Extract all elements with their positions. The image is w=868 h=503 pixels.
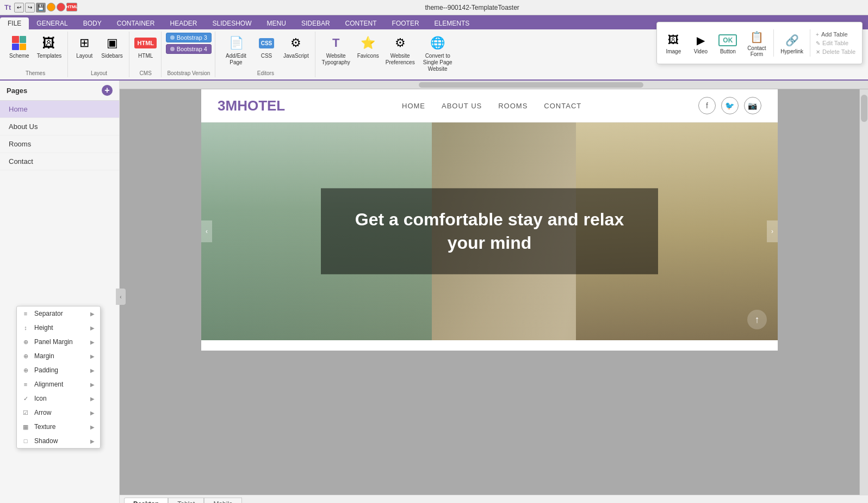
layout-group-label: Layout: [91, 70, 107, 76]
typography-button[interactable]: T Website Typography: [320, 33, 352, 68]
orange-btn[interactable]: [47, 3, 55, 11]
favicons-button[interactable]: ⭐ Favicons: [355, 33, 382, 61]
scheme-button[interactable]: Scheme: [7, 33, 32, 61]
facebook-icon[interactable]: f: [698, 97, 716, 114]
edit-table-action[interactable]: ✎ Edit Table: [816, 39, 855, 47]
app-icon: Tt: [4, 3, 11, 11]
button-label: Button: [720, 48, 736, 54]
image-icon: 🖼: [665, 32, 681, 48]
margin-arrow: ▶: [90, 353, 95, 359]
scrollbar-vertical[interactable]: [859, 89, 868, 495]
templates-button[interactable]: 🖼 Templates: [34, 33, 65, 61]
button-button[interactable]: OK Button: [716, 30, 740, 57]
twitter-icon[interactable]: 🐦: [721, 97, 739, 114]
redo-button[interactable]: ↪: [25, 3, 35, 13]
canvas-area: 3MHOTEL HOME ABOUT US ROOMS CONTACT f 🐦 …: [120, 81, 868, 503]
undo-button[interactable]: ↩: [14, 3, 24, 13]
red-btn[interactable]: [57, 3, 65, 11]
image-button[interactable]: 🖼 Image: [661, 30, 685, 57]
collapse-sidebar-button[interactable]: ‹: [116, 289, 126, 305]
nav-contact[interactable]: CONTACT: [544, 102, 581, 110]
tab-sidebar[interactable]: SIDEBAR: [294, 17, 338, 29]
margin-icon: ⊕: [21, 352, 30, 360]
css-button[interactable]: CSS CSS: [255, 33, 278, 61]
html-btn[interactable]: HTML: [66, 3, 77, 11]
page-item-contact[interactable]: Contact: [0, 153, 119, 170]
nav-rooms[interactable]: ROOMS: [498, 102, 528, 110]
scheme-icon: [10, 34, 28, 52]
hero-section: Get a comfortable stay and relax your mi…: [201, 122, 778, 340]
tab-desktop[interactable]: Desktop: [124, 498, 168, 503]
context-padding[interactable]: ⊕Padding ▶: [17, 363, 100, 377]
tab-general[interactable]: GENERAL: [29, 17, 75, 29]
contact-form-button[interactable]: 📋 Contact Form: [743, 27, 770, 59]
hyperlink-button[interactable]: 🔗 Hyperlink: [777, 30, 807, 57]
addedit-button[interactable]: 📄 Add/Edit Page: [220, 33, 252, 68]
video-button[interactable]: ▶ Video: [689, 30, 712, 57]
tab-slideshow[interactable]: SLIDESHOW: [205, 17, 259, 29]
website-preview: 3MHOTEL HOME ABOUT US ROOMS CONTACT f 🐦 …: [201, 89, 778, 351]
context-texture[interactable]: ▦Texture ▶: [17, 420, 100, 434]
addedit-icon: 📄: [227, 34, 245, 52]
layout-items: ⊞ Layout ▣ Sidebars: [72, 33, 125, 68]
tab-mobile[interactable]: Mobile: [204, 498, 241, 503]
tab-content[interactable]: CONTENT: [338, 17, 385, 29]
tab-footer[interactable]: FOOTER: [385, 17, 427, 29]
shadow-icon: □: [21, 437, 30, 445]
page-item-home[interactable]: Home: [0, 101, 119, 118]
delete-table-action[interactable]: ✕ Delete Table: [816, 48, 855, 56]
canvas-scroll[interactable]: 3MHOTEL HOME ABOUT US ROOMS CONTACT f 🐦 …: [120, 89, 859, 495]
tab-container[interactable]: CONTAINER: [109, 17, 163, 29]
page-item-aboutus[interactable]: About Us: [0, 118, 119, 136]
context-margin[interactable]: ⊕Margin ▶: [17, 349, 100, 363]
tab-header[interactable]: HEADER: [163, 17, 205, 29]
context-separator[interactable]: ≡Separator ▶: [17, 306, 100, 321]
page-item-rooms[interactable]: Rooms: [0, 136, 119, 153]
add-table-action[interactable]: + Add Table: [816, 30, 855, 38]
nav-aboutus[interactable]: ABOUT US: [442, 102, 482, 110]
tab-elements[interactable]: ELEMENTS: [427, 17, 478, 29]
context-height[interactable]: ↕Height ▶: [17, 321, 100, 335]
hero-prev-button[interactable]: ‹: [201, 220, 212, 242]
bootstrap4-button[interactable]: Bootstrap 4: [166, 44, 212, 54]
javascript-button[interactable]: ⚙ JavaScript: [281, 33, 312, 61]
view-tabs: Desktop Tablet Mobile: [120, 495, 868, 503]
sidebars-button[interactable]: ▣ Sidebars: [98, 33, 125, 61]
hero-scroll-up-button[interactable]: ↑: [747, 310, 767, 329]
convert-button[interactable]: 🌐 Convert to Single Page Website: [419, 33, 457, 74]
margin-label: Margin: [34, 352, 54, 360]
nav-home[interactable]: HOME: [402, 102, 425, 110]
icon-label: Icon: [34, 395, 47, 402]
add-page-button[interactable]: +: [102, 85, 113, 96]
templates-label: Templates: [37, 53, 62, 59]
hero-text: Get a comfortable stay and relax your mi…: [354, 208, 625, 255]
context-icon[interactable]: ✓Icon ▶: [17, 391, 100, 406]
context-arrow[interactable]: ☑Arrow ▶: [17, 406, 100, 420]
save-button[interactable]: 💾: [36, 3, 46, 13]
instagram-icon[interactable]: 📷: [744, 97, 761, 114]
separator-arrow: ▶: [90, 311, 95, 317]
delete-table-icon: ✕: [816, 49, 820, 55]
sidebars-label: Sidebars: [101, 53, 122, 59]
context-shadow[interactable]: □Shadow ▶: [17, 434, 100, 448]
editors-items: 📄 Add/Edit Page CSS CSS ⚙ JavaScript: [220, 33, 312, 68]
context-panel-margin[interactable]: ⊕Panel Margin ▶: [17, 335, 100, 349]
typography-label: Website Typography: [322, 53, 350, 66]
convert-label: Convert to Single Page Website: [421, 53, 454, 72]
separator-label: Separator: [34, 310, 63, 317]
tab-tablet[interactable]: Tablet: [168, 498, 204, 503]
javascript-label: JavaScript: [283, 53, 309, 59]
alignment-arrow: ▶: [90, 382, 95, 388]
html-button[interactable]: HTML HTML: [134, 33, 158, 61]
bootstrap3-button[interactable]: Bootstrap 3: [166, 33, 212, 42]
edit-table-icon: ✎: [816, 40, 820, 46]
preferences-button[interactable]: ⚙ Website Preferences: [384, 33, 417, 68]
tab-file[interactable]: FILE: [0, 17, 29, 29]
cms-group: HTML HTML CMS: [131, 32, 162, 77]
scrollbar-top[interactable]: [120, 81, 868, 89]
tab-menu[interactable]: MENU: [259, 17, 294, 29]
context-alignment[interactable]: ≡Alignment ▶: [17, 377, 100, 391]
layout-button[interactable]: ⊞ Layout: [72, 33, 96, 61]
tab-body[interactable]: BODY: [76, 17, 109, 29]
hero-next-button[interactable]: ›: [767, 220, 778, 242]
